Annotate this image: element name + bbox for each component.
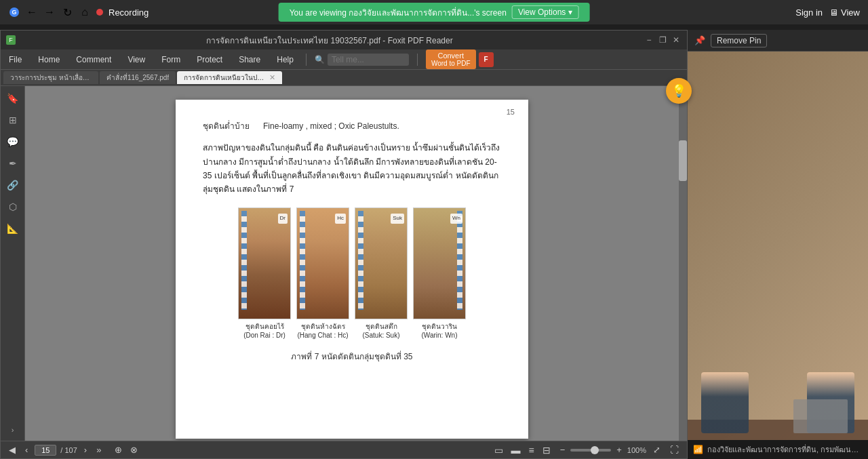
measure-sidebar-icon[interactable]: 📐 bbox=[5, 220, 21, 237]
soil-caption-dr: ชุดดินคอยไร้ (Don Rai : Dr) bbox=[243, 322, 285, 340]
pdf-tab-3[interactable]: การจัดการดินเหนียวในประ... ✕ bbox=[177, 71, 282, 84]
pdf-page: 15 ชุดดินต่ำบ้าย Fine-loamy , mixed ; Ox… bbox=[176, 100, 528, 439]
fit-page-button[interactable]: ⤢ bbox=[650, 443, 663, 456]
zoom-in-button[interactable]: + bbox=[614, 443, 625, 456]
refresh-icon[interactable]: ↻ bbox=[61, 6, 73, 18]
remove-pin-button[interactable]: Remove Pin bbox=[711, 34, 767, 47]
single-page-view[interactable]: ▭ bbox=[492, 443, 506, 457]
topbar: G ← → ↻ ⌂ Recording You are viewing กองว… bbox=[0, 0, 868, 24]
home-menu[interactable]: Home bbox=[34, 54, 64, 66]
link-sidebar-icon[interactable]: 🔗 bbox=[5, 177, 21, 193]
add-page-button[interactable]: ⊕ bbox=[112, 443, 125, 456]
comment-sidebar-icon[interactable]: 💬 bbox=[5, 134, 21, 150]
soil-caption-hc: ชุดดินห้างฉัตร (Hang Chat : Hc) bbox=[297, 322, 348, 340]
back-icon[interactable]: ← bbox=[26, 6, 38, 18]
facing-view[interactable]: ⊟ bbox=[540, 443, 553, 457]
extract-button[interactable]: ⊗ bbox=[127, 443, 140, 456]
comment-menu[interactable]: Comment bbox=[72, 54, 115, 66]
person-left bbox=[701, 372, 749, 433]
stamp-sidebar-icon[interactable]: ⬡ bbox=[5, 199, 21, 215]
notification-text: You are viewing กองวิจัยและพัฒนาการจัดกา… bbox=[290, 6, 507, 19]
channel-label: กองวิจัยและพัฒนาการจัดการที่ดิน, กรมพัฒน… bbox=[707, 443, 863, 456]
pin-icon: 📌 bbox=[694, 35, 705, 45]
app-icon: G bbox=[8, 6, 20, 18]
soil-column-wn: Wn ชุดดินวาริน (Warin: Wn) bbox=[413, 207, 466, 340]
soil-image-dr: Dr bbox=[238, 207, 291, 319]
soil-image-suk: Suk bbox=[355, 207, 408, 319]
ruler-suk bbox=[358, 211, 363, 311]
foxit-plugin-icon: F bbox=[479, 52, 494, 67]
forward-icon[interactable]: → bbox=[43, 6, 56, 18]
next-page-button[interactable]: › bbox=[81, 443, 90, 456]
two-page-view[interactable]: ▬ bbox=[509, 443, 524, 457]
zoom-percentage: 100% bbox=[627, 446, 646, 454]
page-input[interactable] bbox=[35, 445, 56, 456]
pdf-toolbar: File Home Comment View Form Protect Shar… bbox=[1, 49, 687, 70]
laptop bbox=[793, 399, 848, 433]
tell-me-input[interactable] bbox=[328, 54, 409, 66]
pdf-scrollbar[interactable] bbox=[679, 86, 687, 441]
pdf-window: F การจัดการดินเหนียวในประเทศไทย 19032567… bbox=[0, 30, 688, 459]
zoom-slider[interactable] bbox=[570, 449, 611, 452]
tab-3-close[interactable]: ✕ bbox=[269, 73, 275, 82]
foxit-logo: F bbox=[6, 35, 16, 45]
soil-images-figure: Dr ชุดดินคอยไร้ (Don Rai : Dr) Hc bbox=[203, 207, 501, 340]
zoom-out-button[interactable]: − bbox=[557, 443, 568, 456]
soil-image-wn: Wn bbox=[413, 207, 466, 319]
bookmark-icon[interactable]: 🔖 bbox=[5, 90, 21, 106]
monitor-icon: 🖥 bbox=[829, 7, 838, 18]
soil-tag-suk: Suk bbox=[391, 214, 404, 224]
form-menu[interactable]: Form bbox=[157, 54, 184, 66]
convert-button[interactable]: Convert Word to PDF bbox=[426, 49, 476, 69]
first-page-button[interactable]: ◀ bbox=[6, 443, 18, 456]
ruler-wn bbox=[457, 211, 462, 311]
pdf-sidebar: 🔖 ⊞ 💬 ✒ 🔗 ⬡ 📐 › bbox=[1, 86, 25, 441]
pdf-titlebar: F การจัดการดินเหนียวในประเทศไทย 19032567… bbox=[1, 31, 687, 49]
share-menu[interactable]: Share bbox=[235, 54, 264, 66]
view-mode-controls: ▭ ▬ ≡ ⊟ bbox=[492, 443, 553, 457]
body-text: สภาพปัญหาของดินในกลุ่มดินนี้ คือ ดินดินค… bbox=[203, 141, 501, 197]
scrollbar-thumb[interactable] bbox=[679, 140, 687, 181]
close-button[interactable]: ✕ bbox=[671, 35, 682, 45]
pdf-content[interactable]: 15 ชุดดินต่ำบ้าย Fine-loamy , mixed ; Ox… bbox=[25, 86, 679, 441]
sidebar-expand-toggle[interactable]: › bbox=[5, 423, 21, 437]
page-separator: / 107 bbox=[60, 446, 77, 454]
fullscreen-button[interactable]: ⛶ bbox=[667, 443, 682, 456]
pdf-tab-2[interactable]: คำสั่งที่116_2567.pdf bbox=[100, 71, 176, 84]
last-page-button[interactable]: » bbox=[94, 443, 104, 456]
pdf-tab-1[interactable]: วาระการประชุม หน้าเลื่อน... bbox=[3, 71, 98, 84]
soil-caption-suk: ชุดดินสตึก (Satuk: Suk) bbox=[362, 322, 399, 340]
topbar-left: G ← → ↻ ⌂ Recording bbox=[8, 6, 149, 18]
toolbar-separator bbox=[306, 54, 307, 66]
video-feed bbox=[688, 52, 868, 440]
orange-notification-button[interactable]: 💡 bbox=[666, 78, 692, 104]
view-menu[interactable]: View bbox=[123, 54, 149, 66]
protect-menu[interactable]: Protect bbox=[193, 54, 226, 66]
restore-button[interactable]: ❐ bbox=[657, 35, 668, 45]
sign-sidebar-icon[interactable]: ✒ bbox=[5, 155, 21, 172]
sign-in-button[interactable]: Sign in bbox=[795, 7, 823, 18]
home-browser-icon[interactable]: ⌂ bbox=[79, 6, 91, 18]
minimize-button[interactable]: − bbox=[644, 35, 654, 45]
help-menu[interactable]: Help bbox=[273, 54, 298, 66]
tell-me-search: 🔍 bbox=[315, 54, 409, 66]
toolbar-right: Convert Word to PDF F bbox=[426, 49, 494, 69]
soil-tag-wn: Wn bbox=[450, 214, 462, 224]
view-options-button[interactable]: View Options ▾ bbox=[512, 5, 578, 19]
prev-page-button[interactable]: ‹ bbox=[22, 443, 31, 456]
pdf-main: 🔖 ⊞ 💬 ✒ 🔗 ⬡ 📐 › 15 ชุดดินต่ำบ้าย Fine-lo… bbox=[1, 86, 687, 441]
continuous-view[interactable]: ≡ bbox=[526, 443, 537, 457]
pdf-bottombar: ◀ ‹ / 107 › » ⊕ ⊗ ▭ ▬ ≡ ⊟ − + 100% ⤢ ⛶ bbox=[1, 441, 687, 458]
tab-3-label: การจัดการดินเหนียวในประ... bbox=[184, 73, 265, 83]
ruler-hc bbox=[300, 211, 305, 311]
zoom-thumb[interactable] bbox=[591, 446, 599, 454]
soil-column-hc: Hc ชุดดินห้างฉัตร (Hang Chat : Hc) bbox=[296, 207, 349, 340]
view-button[interactable]: 🖥 View bbox=[829, 7, 860, 18]
recording-label: Recording bbox=[108, 7, 149, 18]
recording-indicator bbox=[96, 9, 103, 16]
video-panel: 📌 Remove Pin 📶 กองวิจัยและพัฒนาการจัดการ… bbox=[688, 30, 868, 459]
layers-icon[interactable]: ⊞ bbox=[5, 112, 21, 128]
file-menu[interactable]: File bbox=[5, 54, 26, 66]
video-panel-footer: 📶 กองวิจัยและพัฒนาการจัดการที่ดิน, กรมพั… bbox=[688, 440, 868, 459]
toolbar-separator-2 bbox=[417, 54, 418, 66]
